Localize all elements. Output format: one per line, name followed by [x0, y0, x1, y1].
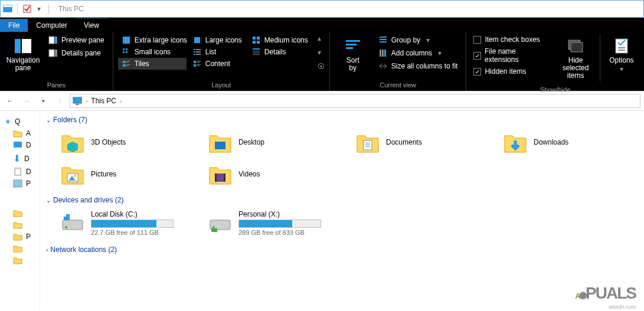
checkbox-icon: ✓ — [473, 68, 481, 76]
sidebar-item[interactable] — [5, 243, 40, 254]
svg-rect-13 — [253, 41, 256, 44]
layout-content[interactable]: Content — [189, 58, 246, 70]
hideselected-button[interactable]: Hide selected items — [555, 34, 596, 83]
svg-rect-41 — [346, 40, 360, 42]
preview-pane-button[interactable]: Preview pane — [45, 34, 108, 46]
svg-rect-57 — [14, 142, 22, 148]
folder-documents[interactable]: Documents — [353, 127, 477, 157]
sidebar-item[interactable]: ⬇D — [5, 151, 40, 166]
address-box[interactable]: › This PC › — [70, 94, 640, 108]
navigation-pane-button[interactable]: Navigation pane — [5, 34, 41, 74]
addcolumns-button[interactable]: Add columns▾ — [375, 47, 462, 59]
svg-rect-61 — [215, 142, 225, 149]
drive-localdisk[interactable]: Local Disk (C:) 22.7 GB free of 111 GB — [58, 208, 182, 238]
sidebar-item[interactable]: P — [5, 178, 40, 189]
drive-freespace: 22.7 GB free of 111 GB — [91, 229, 179, 236]
details-pane-label: Details pane — [61, 49, 101, 57]
expand-gallery-icon[interactable]: ⦿ — [318, 63, 325, 71]
layout-extra-large[interactable]: Extra large icons — [118, 34, 187, 46]
folder-label: Documents — [386, 138, 475, 146]
svg-rect-74 — [64, 214, 66, 217]
thispc-icon — [73, 96, 82, 106]
address-path[interactable]: This PC — [91, 97, 116, 105]
svg-rect-22 — [196, 51, 201, 53]
forward-button[interactable]: → — [20, 94, 33, 107]
layout-list[interactable]: List — [189, 46, 246, 58]
app-icon — [3, 4, 12, 14]
sidebar-quickaccess[interactable]: ★Q — [5, 116, 40, 127]
drive-personal[interactable]: Personal (X:) 289 GB free of 833 GB — [205, 208, 329, 238]
options-button[interactable]: Options ▾ — [604, 34, 639, 76]
details-pane-button[interactable]: Details pane — [45, 47, 108, 59]
addcolumns-icon — [378, 48, 388, 58]
svg-rect-32 — [123, 64, 126, 67]
svg-rect-56 — [76, 104, 79, 105]
chevron-right-icon[interactable]: › — [86, 98, 87, 104]
folder-label: Videos — [238, 170, 327, 178]
scroll-up-icon[interactable]: ▴ — [318, 34, 325, 42]
folder-videos[interactable]: Videos — [205, 159, 329, 189]
back-button[interactable]: ← — [4, 94, 17, 107]
watermark-sub: wsxdn.com — [609, 304, 636, 310]
folders-tiles: 3D Objects Desktop Documents Downloads P… — [46, 125, 638, 189]
svg-rect-78 — [211, 228, 217, 232]
sidebar-item[interactable]: P — [5, 231, 40, 243]
documents-icon — [13, 168, 22, 176]
extensions-checkbox[interactable]: ✓File name extensions — [471, 46, 551, 65]
layout-details[interactable]: Details — [248, 46, 312, 58]
chevron-right-icon: › — [46, 247, 48, 253]
tab-computer[interactable]: Computer — [28, 19, 76, 32]
main-content: ⌄ Folders (7) 3D Objects Desktop Documen… — [40, 111, 644, 310]
sidebar-item[interactable] — [5, 219, 40, 231]
svg-rect-27 — [253, 53, 260, 53]
svg-rect-38 — [194, 64, 196, 67]
tab-file[interactable]: File — [0, 19, 28, 32]
sizecolumns-button[interactable]: Size all columns to fit — [375, 60, 462, 72]
folder-pictures[interactable]: Pictures — [58, 159, 182, 189]
svg-rect-71 — [224, 173, 225, 182]
qat-properties-icon[interactable] — [22, 4, 32, 14]
section-header-devices[interactable]: ⌄ Devices and drives (2) — [46, 195, 638, 205]
sidebar-item[interactable]: D — [5, 139, 40, 151]
separator — [17, 4, 18, 14]
svg-rect-15 — [123, 48, 125, 50]
layout-icon — [251, 35, 261, 45]
hiddenitems-checkbox[interactable]: ✓Hidden items — [471, 66, 551, 77]
groupby-icon — [378, 35, 388, 45]
section-header-folders[interactable]: ⌄ Folders (7) — [46, 114, 638, 125]
scroll-down-icon[interactable]: ▾ — [318, 48, 325, 57]
sortby-button[interactable]: Sort by — [335, 34, 371, 74]
sidebar-item[interactable]: A — [5, 127, 40, 139]
svg-rect-25 — [253, 48, 260, 50]
desktop-icon — [13, 141, 22, 149]
section-header-network[interactable]: › Network locations (2) — [46, 244, 638, 255]
sidebar-item[interactable] — [5, 207, 40, 219]
groupby-button[interactable]: Group by▾ — [375, 34, 462, 46]
chevron-right-icon[interactable]: › — [120, 98, 122, 104]
tab-view[interactable]: View — [76, 18, 107, 32]
svg-rect-48 — [382, 50, 384, 57]
layout-icon — [192, 35, 202, 45]
folder-downloads[interactable]: Downloads — [501, 127, 625, 157]
recent-dropdown[interactable]: ▾ — [37, 94, 50, 107]
layout-small[interactable]: Small icons — [118, 46, 187, 58]
folder-3dobjects[interactable]: 3D Objects — [58, 127, 182, 157]
layout-tiles[interactable]: Tiles — [118, 58, 187, 70]
folder-desktop[interactable]: Desktop — [205, 127, 329, 157]
qat-dropdown-icon[interactable]: ▾ — [34, 4, 44, 14]
sidebar-item[interactable]: D — [5, 166, 40, 178]
svg-rect-46 — [380, 41, 387, 42]
address-bar: ← → ▾ ↑ › This PC › — [0, 91, 644, 111]
layout-medium[interactable]: Medium icons — [248, 34, 312, 46]
folder-icon — [60, 130, 85, 155]
svg-rect-52 — [616, 39, 627, 53]
sidebar-item[interactable] — [5, 254, 40, 266]
svg-rect-6 — [55, 37, 57, 44]
itemcheckboxes-checkbox[interactable]: Item check boxes — [471, 34, 551, 45]
up-button[interactable]: ↑ — [53, 94, 66, 107]
folder-icon — [60, 162, 85, 186]
folder-label: Pictures — [91, 170, 179, 178]
svg-rect-11 — [253, 37, 256, 40]
svg-rect-8 — [55, 50, 57, 57]
layout-large[interactable]: Large icons — [189, 34, 246, 46]
